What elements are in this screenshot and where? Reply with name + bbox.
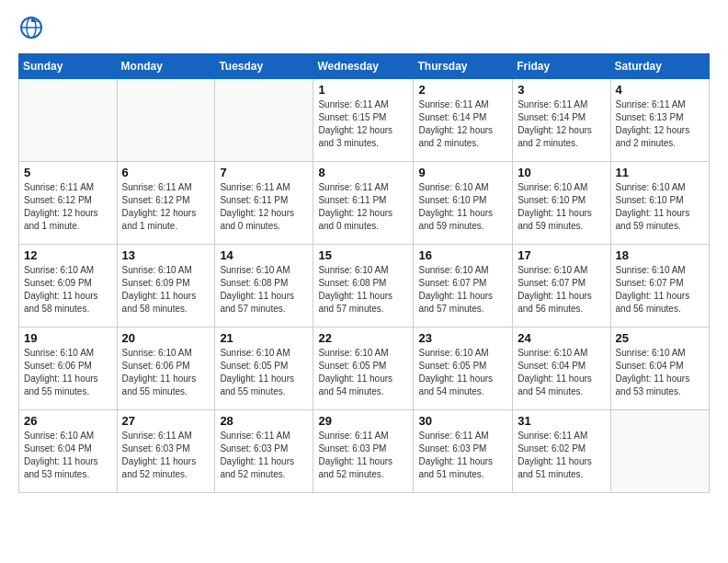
logo [18, 15, 50, 40]
day-info: Sunrise: 6:11 AM Sunset: 6:03 PM Dayligh… [418, 430, 507, 481]
week-row-3: 12Sunrise: 6:10 AM Sunset: 6:09 PM Dayli… [19, 245, 710, 327]
day-number: 27 [122, 414, 210, 428]
calendar-cell: 30Sunrise: 6:11 AM Sunset: 6:03 PM Dayli… [414, 410, 513, 493]
day-info: Sunrise: 6:11 AM Sunset: 6:12 PM Dayligh… [24, 181, 112, 233]
calendar-cell: 5Sunrise: 6:11 AM Sunset: 6:12 PM Daylig… [19, 162, 118, 245]
calendar-cell: 7Sunrise: 6:11 AM Sunset: 6:11 PM Daylig… [215, 162, 313, 245]
day-info: Sunrise: 6:11 AM Sunset: 6:03 PM Dayligh… [318, 430, 408, 481]
calendar-cell [215, 79, 313, 162]
day-number: 10 [518, 166, 605, 179]
day-number: 24 [518, 331, 605, 345]
day-info: Sunrise: 6:10 AM Sunset: 6:05 PM Dayligh… [318, 347, 408, 398]
calendar-cell: 9Sunrise: 6:10 AM Sunset: 6:10 PM Daylig… [414, 162, 513, 245]
calendar-cell: 8Sunrise: 6:11 AM Sunset: 6:11 PM Daylig… [313, 162, 414, 245]
calendar-cell: 16Sunrise: 6:10 AM Sunset: 6:07 PM Dayli… [414, 245, 513, 327]
day-number: 8 [318, 166, 408, 179]
day-number: 20 [122, 331, 210, 345]
day-info: Sunrise: 6:11 AM Sunset: 6:02 PM Dayligh… [518, 430, 605, 481]
day-number: 3 [518, 83, 605, 97]
day-number: 13 [122, 248, 210, 262]
page: SundayMondayTuesdayWednesdayThursdayFrid… [0, 0, 728, 508]
day-number: 4 [616, 83, 704, 97]
day-info: Sunrise: 6:10 AM Sunset: 6:09 PM Dayligh… [24, 264, 112, 316]
day-number: 1 [318, 83, 408, 97]
weekday-header-thursday: Thursday [414, 54, 513, 79]
day-number: 29 [318, 414, 408, 428]
day-number: 31 [518, 414, 605, 428]
day-number: 21 [220, 331, 308, 345]
calendar-cell: 11Sunrise: 6:10 AM Sunset: 6:10 PM Dayli… [610, 162, 709, 245]
day-info: Sunrise: 6:10 AM Sunset: 6:07 PM Dayligh… [518, 264, 605, 316]
day-info: Sunrise: 6:10 AM Sunset: 6:09 PM Dayligh… [122, 264, 210, 316]
day-info: Sunrise: 6:10 AM Sunset: 6:05 PM Dayligh… [418, 347, 507, 398]
weekday-header-tuesday: Tuesday [215, 54, 313, 79]
day-info: Sunrise: 6:10 AM Sunset: 6:06 PM Dayligh… [24, 347, 112, 398]
day-info: Sunrise: 6:10 AM Sunset: 6:08 PM Dayligh… [318, 264, 408, 316]
day-number: 15 [318, 248, 408, 262]
calendar-cell [117, 79, 215, 162]
calendar-cell [610, 410, 709, 493]
week-row-1: 1Sunrise: 6:11 AM Sunset: 6:15 PM Daylig… [19, 79, 710, 162]
day-number: 2 [418, 83, 507, 97]
calendar-table: SundayMondayTuesdayWednesdayThursdayFrid… [18, 53, 710, 493]
calendar-cell: 18Sunrise: 6:10 AM Sunset: 6:07 PM Dayli… [610, 245, 709, 327]
day-info: Sunrise: 6:11 AM Sunset: 6:14 PM Dayligh… [418, 98, 507, 150]
day-info: Sunrise: 6:10 AM Sunset: 6:04 PM Dayligh… [518, 347, 605, 398]
calendar-cell: 20Sunrise: 6:10 AM Sunset: 6:06 PM Dayli… [117, 327, 215, 410]
calendar-cell: 27Sunrise: 6:11 AM Sunset: 6:03 PM Dayli… [117, 410, 215, 493]
calendar-cell: 19Sunrise: 6:10 AM Sunset: 6:06 PM Dayli… [19, 327, 118, 410]
weekday-header-row: SundayMondayTuesdayWednesdayThursdayFrid… [19, 54, 710, 79]
day-number: 12 [24, 248, 112, 262]
calendar-cell: 21Sunrise: 6:10 AM Sunset: 6:05 PM Dayli… [215, 327, 313, 410]
calendar-cell: 6Sunrise: 6:11 AM Sunset: 6:12 PM Daylig… [117, 162, 215, 245]
day-info: Sunrise: 6:10 AM Sunset: 6:04 PM Dayligh… [616, 347, 704, 398]
day-number: 5 [24, 166, 112, 179]
day-info: Sunrise: 6:11 AM Sunset: 6:12 PM Dayligh… [122, 181, 210, 233]
week-row-5: 26Sunrise: 6:10 AM Sunset: 6:04 PM Dayli… [19, 410, 710, 493]
day-info: Sunrise: 6:11 AM Sunset: 6:03 PM Dayligh… [220, 430, 308, 481]
calendar-cell: 28Sunrise: 6:11 AM Sunset: 6:03 PM Dayli… [215, 410, 313, 493]
calendar-cell: 25Sunrise: 6:10 AM Sunset: 6:04 PM Dayli… [610, 327, 709, 410]
calendar-cell [19, 79, 118, 162]
day-info: Sunrise: 6:11 AM Sunset: 6:11 PM Dayligh… [220, 181, 308, 233]
week-row-4: 19Sunrise: 6:10 AM Sunset: 6:06 PM Dayli… [19, 327, 710, 410]
calendar-cell: 3Sunrise: 6:11 AM Sunset: 6:14 PM Daylig… [513, 79, 610, 162]
weekday-header-monday: Monday [117, 54, 215, 79]
calendar-cell: 17Sunrise: 6:10 AM Sunset: 6:07 PM Dayli… [513, 245, 610, 327]
calendar-cell: 22Sunrise: 6:10 AM Sunset: 6:05 PM Dayli… [313, 327, 414, 410]
day-number: 26 [24, 414, 112, 428]
day-number: 18 [616, 248, 704, 262]
day-number: 30 [418, 414, 507, 428]
calendar-cell: 12Sunrise: 6:10 AM Sunset: 6:09 PM Dayli… [19, 245, 118, 327]
day-info: Sunrise: 6:10 AM Sunset: 6:08 PM Dayligh… [220, 264, 308, 316]
day-info: Sunrise: 6:11 AM Sunset: 6:11 PM Dayligh… [318, 181, 408, 233]
weekday-header-friday: Friday [513, 54, 610, 79]
week-row-2: 5Sunrise: 6:11 AM Sunset: 6:12 PM Daylig… [19, 162, 710, 245]
calendar-cell: 29Sunrise: 6:11 AM Sunset: 6:03 PM Dayli… [313, 410, 414, 493]
calendar-cell: 4Sunrise: 6:11 AM Sunset: 6:13 PM Daylig… [610, 79, 709, 162]
day-info: Sunrise: 6:10 AM Sunset: 6:07 PM Dayligh… [418, 264, 507, 316]
day-info: Sunrise: 6:11 AM Sunset: 6:14 PM Dayligh… [518, 98, 605, 150]
calendar-cell: 24Sunrise: 6:10 AM Sunset: 6:04 PM Dayli… [513, 327, 610, 410]
day-info: Sunrise: 6:10 AM Sunset: 6:05 PM Dayligh… [220, 347, 308, 398]
calendar-cell: 10Sunrise: 6:10 AM Sunset: 6:10 PM Dayli… [513, 162, 610, 245]
day-number: 14 [220, 248, 308, 262]
day-info: Sunrise: 6:10 AM Sunset: 6:07 PM Dayligh… [616, 264, 704, 316]
day-info: Sunrise: 6:10 AM Sunset: 6:06 PM Dayligh… [122, 347, 210, 398]
day-info: Sunrise: 6:11 AM Sunset: 6:15 PM Dayligh… [318, 98, 408, 150]
calendar-cell: 14Sunrise: 6:10 AM Sunset: 6:08 PM Dayli… [215, 245, 313, 327]
calendar-cell: 15Sunrise: 6:10 AM Sunset: 6:08 PM Dayli… [313, 245, 414, 327]
weekday-header-wednesday: Wednesday [313, 54, 414, 79]
day-number: 19 [24, 331, 112, 345]
calendar-cell: 26Sunrise: 6:10 AM Sunset: 6:04 PM Dayli… [19, 410, 118, 493]
day-number: 28 [220, 414, 308, 428]
day-number: 17 [518, 248, 605, 262]
day-number: 11 [616, 166, 704, 179]
day-number: 22 [318, 331, 408, 345]
calendar-cell: 31Sunrise: 6:11 AM Sunset: 6:02 PM Dayli… [513, 410, 610, 493]
day-info: Sunrise: 6:11 AM Sunset: 6:03 PM Dayligh… [122, 430, 210, 481]
day-number: 25 [616, 331, 704, 345]
day-info: Sunrise: 6:10 AM Sunset: 6:10 PM Dayligh… [616, 181, 704, 233]
calendar-cell: 13Sunrise: 6:10 AM Sunset: 6:09 PM Dayli… [117, 245, 215, 327]
day-number: 23 [418, 331, 507, 345]
